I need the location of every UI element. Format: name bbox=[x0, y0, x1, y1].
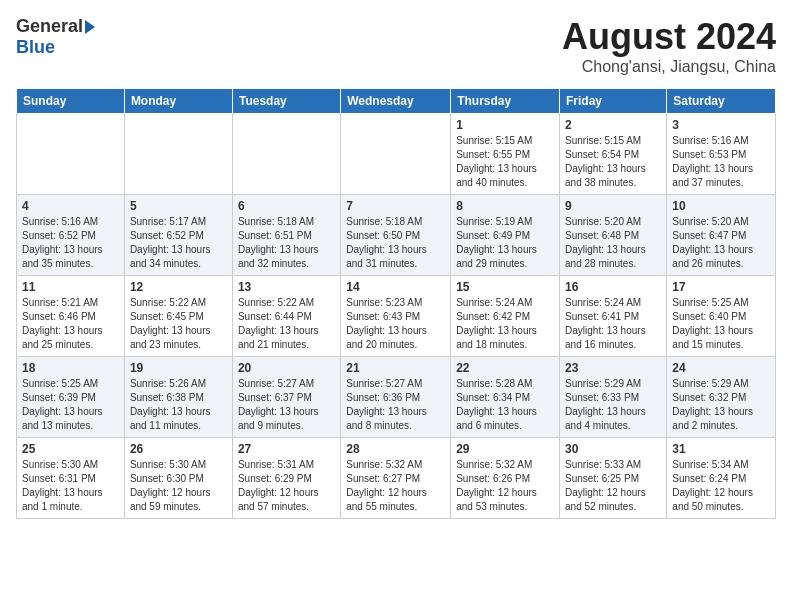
calendar-cell: 29Sunrise: 5:32 AM Sunset: 6:26 PM Dayli… bbox=[451, 438, 560, 519]
calendar-cell: 17Sunrise: 5:25 AM Sunset: 6:40 PM Dayli… bbox=[667, 276, 776, 357]
day-info: Sunrise: 5:25 AM Sunset: 6:40 PM Dayligh… bbox=[672, 296, 770, 352]
calendar-cell: 30Sunrise: 5:33 AM Sunset: 6:25 PM Dayli… bbox=[560, 438, 667, 519]
day-number: 13 bbox=[238, 280, 335, 294]
day-number: 16 bbox=[565, 280, 661, 294]
day-number: 30 bbox=[565, 442, 661, 456]
day-info: Sunrise: 5:27 AM Sunset: 6:37 PM Dayligh… bbox=[238, 377, 335, 433]
day-info: Sunrise: 5:28 AM Sunset: 6:34 PM Dayligh… bbox=[456, 377, 554, 433]
day-info: Sunrise: 5:24 AM Sunset: 6:42 PM Dayligh… bbox=[456, 296, 554, 352]
day-info: Sunrise: 5:26 AM Sunset: 6:38 PM Dayligh… bbox=[130, 377, 227, 433]
calendar-cell: 13Sunrise: 5:22 AM Sunset: 6:44 PM Dayli… bbox=[232, 276, 340, 357]
calendar-cell: 4Sunrise: 5:16 AM Sunset: 6:52 PM Daylig… bbox=[17, 195, 125, 276]
day-info: Sunrise: 5:32 AM Sunset: 6:26 PM Dayligh… bbox=[456, 458, 554, 514]
calendar-cell: 19Sunrise: 5:26 AM Sunset: 6:38 PM Dayli… bbox=[124, 357, 232, 438]
calendar-cell: 23Sunrise: 5:29 AM Sunset: 6:33 PM Dayli… bbox=[560, 357, 667, 438]
day-info: Sunrise: 5:27 AM Sunset: 6:36 PM Dayligh… bbox=[346, 377, 445, 433]
calendar-cell: 28Sunrise: 5:32 AM Sunset: 6:27 PM Dayli… bbox=[341, 438, 451, 519]
day-number: 6 bbox=[238, 199, 335, 213]
calendar-title: August 2024 bbox=[562, 16, 776, 58]
calendar-cell: 2Sunrise: 5:15 AM Sunset: 6:54 PM Daylig… bbox=[560, 114, 667, 195]
day-number: 27 bbox=[238, 442, 335, 456]
calendar-cell: 25Sunrise: 5:30 AM Sunset: 6:31 PM Dayli… bbox=[17, 438, 125, 519]
calendar-cell: 10Sunrise: 5:20 AM Sunset: 6:47 PM Dayli… bbox=[667, 195, 776, 276]
logo-blue: Blue bbox=[16, 37, 95, 58]
day-number: 10 bbox=[672, 199, 770, 213]
calendar-cell: 27Sunrise: 5:31 AM Sunset: 6:29 PM Dayli… bbox=[232, 438, 340, 519]
calendar-cell: 20Sunrise: 5:27 AM Sunset: 6:37 PM Dayli… bbox=[232, 357, 340, 438]
day-number: 3 bbox=[672, 118, 770, 132]
day-number: 19 bbox=[130, 361, 227, 375]
day-info: Sunrise: 5:20 AM Sunset: 6:48 PM Dayligh… bbox=[565, 215, 661, 271]
day-info: Sunrise: 5:22 AM Sunset: 6:45 PM Dayligh… bbox=[130, 296, 227, 352]
calendar-cell: 18Sunrise: 5:25 AM Sunset: 6:39 PM Dayli… bbox=[17, 357, 125, 438]
day-number: 31 bbox=[672, 442, 770, 456]
day-number: 26 bbox=[130, 442, 227, 456]
weekday-wednesday: Wednesday bbox=[341, 89, 451, 114]
day-info: Sunrise: 5:18 AM Sunset: 6:50 PM Dayligh… bbox=[346, 215, 445, 271]
weekday-saturday: Saturday bbox=[667, 89, 776, 114]
calendar-cell: 21Sunrise: 5:27 AM Sunset: 6:36 PM Dayli… bbox=[341, 357, 451, 438]
calendar-cell: 5Sunrise: 5:17 AM Sunset: 6:52 PM Daylig… bbox=[124, 195, 232, 276]
weekday-header-row: SundayMondayTuesdayWednesdayThursdayFrid… bbox=[17, 89, 776, 114]
day-number: 18 bbox=[22, 361, 119, 375]
calendar-week-4: 18Sunrise: 5:25 AM Sunset: 6:39 PM Dayli… bbox=[17, 357, 776, 438]
calendar-cell: 3Sunrise: 5:16 AM Sunset: 6:53 PM Daylig… bbox=[667, 114, 776, 195]
calendar-cell: 15Sunrise: 5:24 AM Sunset: 6:42 PM Dayli… bbox=[451, 276, 560, 357]
calendar-week-5: 25Sunrise: 5:30 AM Sunset: 6:31 PM Dayli… bbox=[17, 438, 776, 519]
calendar-body: 1Sunrise: 5:15 AM Sunset: 6:55 PM Daylig… bbox=[17, 114, 776, 519]
day-number: 5 bbox=[130, 199, 227, 213]
calendar-cell: 16Sunrise: 5:24 AM Sunset: 6:41 PM Dayli… bbox=[560, 276, 667, 357]
day-number: 15 bbox=[456, 280, 554, 294]
calendar-cell bbox=[124, 114, 232, 195]
calendar-week-2: 4Sunrise: 5:16 AM Sunset: 6:52 PM Daylig… bbox=[17, 195, 776, 276]
day-info: Sunrise: 5:16 AM Sunset: 6:53 PM Dayligh… bbox=[672, 134, 770, 190]
calendar-cell: 24Sunrise: 5:29 AM Sunset: 6:32 PM Dayli… bbox=[667, 357, 776, 438]
calendar-cell: 9Sunrise: 5:20 AM Sunset: 6:48 PM Daylig… bbox=[560, 195, 667, 276]
weekday-friday: Friday bbox=[560, 89, 667, 114]
logo-general: General bbox=[16, 16, 83, 37]
day-info: Sunrise: 5:22 AM Sunset: 6:44 PM Dayligh… bbox=[238, 296, 335, 352]
calendar-cell: 22Sunrise: 5:28 AM Sunset: 6:34 PM Dayli… bbox=[451, 357, 560, 438]
calendar-week-3: 11Sunrise: 5:21 AM Sunset: 6:46 PM Dayli… bbox=[17, 276, 776, 357]
day-info: Sunrise: 5:31 AM Sunset: 6:29 PM Dayligh… bbox=[238, 458, 335, 514]
day-number: 21 bbox=[346, 361, 445, 375]
day-info: Sunrise: 5:18 AM Sunset: 6:51 PM Dayligh… bbox=[238, 215, 335, 271]
day-info: Sunrise: 5:20 AM Sunset: 6:47 PM Dayligh… bbox=[672, 215, 770, 271]
day-number: 11 bbox=[22, 280, 119, 294]
day-number: 24 bbox=[672, 361, 770, 375]
calendar-cell bbox=[232, 114, 340, 195]
calendar-cell: 12Sunrise: 5:22 AM Sunset: 6:45 PM Dayli… bbox=[124, 276, 232, 357]
logo-triangle bbox=[85, 20, 95, 34]
weekday-tuesday: Tuesday bbox=[232, 89, 340, 114]
day-info: Sunrise: 5:15 AM Sunset: 6:55 PM Dayligh… bbox=[456, 134, 554, 190]
calendar-week-1: 1Sunrise: 5:15 AM Sunset: 6:55 PM Daylig… bbox=[17, 114, 776, 195]
day-number: 29 bbox=[456, 442, 554, 456]
day-number: 25 bbox=[22, 442, 119, 456]
calendar-cell: 26Sunrise: 5:30 AM Sunset: 6:30 PM Dayli… bbox=[124, 438, 232, 519]
page-header: General Blue August 2024 Chong'ansi, Jia… bbox=[16, 16, 776, 76]
calendar-table: SundayMondayTuesdayWednesdayThursdayFrid… bbox=[16, 88, 776, 519]
calendar-cell: 6Sunrise: 5:18 AM Sunset: 6:51 PM Daylig… bbox=[232, 195, 340, 276]
day-info: Sunrise: 5:16 AM Sunset: 6:52 PM Dayligh… bbox=[22, 215, 119, 271]
day-number: 7 bbox=[346, 199, 445, 213]
day-info: Sunrise: 5:15 AM Sunset: 6:54 PM Dayligh… bbox=[565, 134, 661, 190]
calendar-cell: 1Sunrise: 5:15 AM Sunset: 6:55 PM Daylig… bbox=[451, 114, 560, 195]
day-info: Sunrise: 5:32 AM Sunset: 6:27 PM Dayligh… bbox=[346, 458, 445, 514]
day-number: 1 bbox=[456, 118, 554, 132]
weekday-sunday: Sunday bbox=[17, 89, 125, 114]
calendar-cell: 8Sunrise: 5:19 AM Sunset: 6:49 PM Daylig… bbox=[451, 195, 560, 276]
day-number: 14 bbox=[346, 280, 445, 294]
day-info: Sunrise: 5:24 AM Sunset: 6:41 PM Dayligh… bbox=[565, 296, 661, 352]
day-info: Sunrise: 5:23 AM Sunset: 6:43 PM Dayligh… bbox=[346, 296, 445, 352]
day-number: 8 bbox=[456, 199, 554, 213]
weekday-monday: Monday bbox=[124, 89, 232, 114]
day-info: Sunrise: 5:34 AM Sunset: 6:24 PM Dayligh… bbox=[672, 458, 770, 514]
weekday-thursday: Thursday bbox=[451, 89, 560, 114]
calendar-cell: 31Sunrise: 5:34 AM Sunset: 6:24 PM Dayli… bbox=[667, 438, 776, 519]
title-block: August 2024 Chong'ansi, Jiangsu, China bbox=[562, 16, 776, 76]
calendar-cell bbox=[17, 114, 125, 195]
day-number: 23 bbox=[565, 361, 661, 375]
day-number: 22 bbox=[456, 361, 554, 375]
day-info: Sunrise: 5:21 AM Sunset: 6:46 PM Dayligh… bbox=[22, 296, 119, 352]
day-number: 9 bbox=[565, 199, 661, 213]
